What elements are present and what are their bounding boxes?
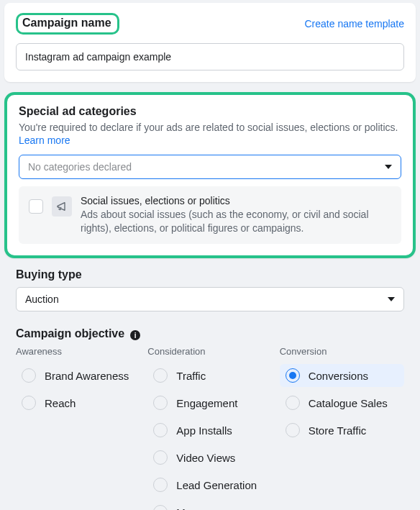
radio-icon <box>153 478 168 492</box>
objective-radio-store-traffic[interactable]: Store Traffic <box>280 419 404 442</box>
campaign-objective-title: Campaign objective <box>16 327 124 340</box>
special-categories-learn-more[interactable]: Learn more <box>19 135 70 146</box>
special-categories-title: Special ad categories <box>19 105 401 118</box>
special-categories-subtext: You're required to declare if your ads a… <box>19 121 401 135</box>
buying-type-section: Buying type Auction <box>4 268 416 311</box>
objective-radio-catalogue-sales[interactable]: Catalogue Sales <box>280 391 404 414</box>
campaign-name-header: Campaign name Create name template <box>16 13 404 35</box>
option-checkbox[interactable] <box>29 199 43 214</box>
radio-icon <box>286 423 300 437</box>
objective-column-head: Awareness <box>16 346 140 357</box>
radio-icon <box>153 396 168 410</box>
objective-radio-brand-awareness[interactable]: Brand Awareness <box>16 364 140 387</box>
special-categories-select-value: No categories declared <box>28 161 132 173</box>
objective-radio-label: Lead Generation <box>176 479 257 491</box>
objective-columns: AwarenessBrand AwarenessReachConsiderati… <box>16 346 404 510</box>
option-text: Social issues, elections or politics Ads… <box>81 195 391 235</box>
chevron-down-icon <box>385 165 392 169</box>
campaign-name-title: Campaign name <box>16 13 119 35</box>
radio-icon <box>153 505 168 510</box>
objective-radio-reach[interactable]: Reach <box>16 391 140 414</box>
objective-radio-label: Video Views <box>176 452 235 464</box>
option-title: Social issues, elections or politics <box>81 195 391 206</box>
objective-radio-lead-generation[interactable]: Lead Generation <box>147 473 272 496</box>
megaphone-icon <box>52 196 72 217</box>
buying-type-value: Auction <box>25 293 59 305</box>
special-categories-select[interactable]: No categories declared <box>19 155 401 179</box>
buying-type-select[interactable]: Auction <box>16 287 404 311</box>
radio-icon <box>153 423 168 437</box>
objective-radio-label: Reach <box>45 397 76 409</box>
radio-icon <box>22 396 36 410</box>
radio-icon <box>22 368 36 383</box>
objective-column: AwarenessBrand AwarenessReach <box>16 346 140 510</box>
chevron-down-icon <box>388 297 395 301</box>
objective-column-head: Consideration <box>147 346 272 357</box>
objective-radio-label: Catalogue Sales <box>309 397 388 409</box>
radio-icon <box>286 368 300 383</box>
campaign-objective-section: Campaign objective i AwarenessBrand Awar… <box>4 327 416 510</box>
objective-column: ConversionConversionsCatalogue SalesStor… <box>280 346 404 510</box>
objective-radio-label: Traffic <box>176 370 206 382</box>
radio-icon <box>153 368 168 383</box>
objective-column: ConsiderationTrafficEngagementApp Instal… <box>147 346 272 510</box>
objective-radio-conversions[interactable]: Conversions <box>280 364 404 387</box>
objective-radio-label: Brand Awareness <box>45 370 129 382</box>
objective-radio-messages[interactable]: Messages <box>147 501 272 510</box>
objective-radio-label: Store Traffic <box>309 424 367 437</box>
objective-radio-video-views[interactable]: Video Views <box>147 446 272 469</box>
campaign-objective-header: Campaign objective i <box>16 327 404 341</box>
campaign-name-input[interactable] <box>16 43 404 70</box>
buying-type-title: Buying type <box>16 268 404 281</box>
create-name-template-link[interactable]: Create name template <box>304 18 404 29</box>
special-categories-option[interactable]: Social issues, elections or politics Ads… <box>19 186 401 244</box>
objective-column-head: Conversion <box>280 346 404 357</box>
special-categories-card: Special ad categories You're required to… <box>4 92 416 258</box>
campaign-name-card: Campaign name Create name template <box>4 3 416 82</box>
radio-icon <box>286 396 300 410</box>
objective-radio-app-installs[interactable]: App Installs <box>147 419 272 442</box>
info-icon[interactable]: i <box>130 330 140 340</box>
objective-radio-label: Conversions <box>309 370 368 382</box>
objective-radio-label: Engagement <box>176 397 237 409</box>
objective-radio-traffic[interactable]: Traffic <box>147 364 272 387</box>
objective-radio-label: Messages <box>176 506 225 510</box>
radio-icon <box>153 450 168 465</box>
option-desc: Ads about social issues (such as the eco… <box>81 208 391 235</box>
objective-radio-label: App Installs <box>176 424 232 437</box>
objective-radio-engagement[interactable]: Engagement <box>147 391 272 414</box>
